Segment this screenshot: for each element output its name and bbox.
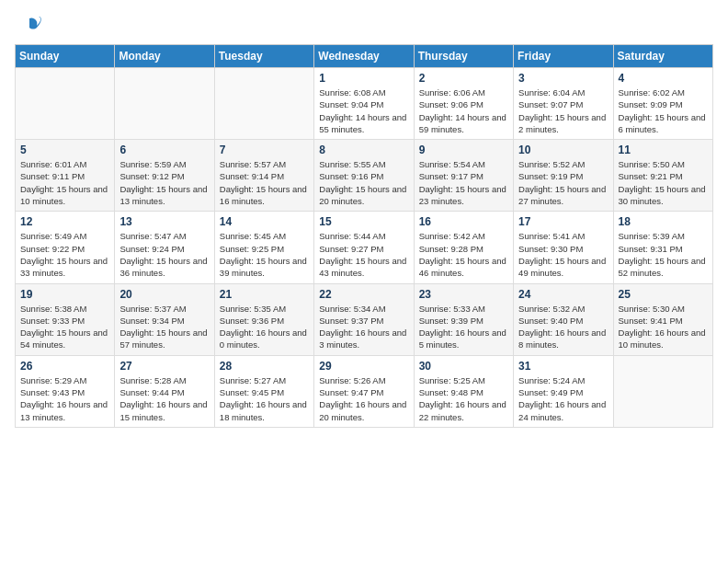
calendar-cell: 5Sunrise: 6:01 AMSunset: 9:11 PMDaylight… xyxy=(16,140,115,212)
calendar-cell: 10Sunrise: 5:52 AMSunset: 9:19 PMDayligh… xyxy=(514,140,613,212)
day-number: 7 xyxy=(220,144,309,156)
day-number: 15 xyxy=(319,215,408,228)
day-number: 19 xyxy=(20,288,109,301)
day-info: Sunrise: 5:55 AMSunset: 9:16 PMDaylight:… xyxy=(319,158,408,207)
calendar-cell: 4Sunrise: 6:02 AMSunset: 9:09 PMDaylight… xyxy=(613,68,712,140)
calendar-cell: 20Sunrise: 5:37 AMSunset: 9:34 PMDayligh… xyxy=(115,283,214,355)
calendar-cell: 22Sunrise: 5:34 AMSunset: 9:37 PMDayligh… xyxy=(314,283,414,355)
weekday-header-friday: Friday xyxy=(514,45,613,68)
day-info: Sunrise: 5:39 AMSunset: 9:31 PMDaylight:… xyxy=(619,230,708,279)
day-info: Sunrise: 5:37 AMSunset: 9:34 PMDaylight:… xyxy=(119,303,209,351)
day-info: Sunrise: 5:38 AMSunset: 9:33 PMDaylight:… xyxy=(20,303,109,351)
calendar-cell: 13Sunrise: 5:47 AMSunset: 9:24 PMDayligh… xyxy=(115,212,214,283)
day-info: Sunrise: 5:50 AMSunset: 9:21 PMDaylight:… xyxy=(619,158,708,207)
day-number: 16 xyxy=(419,215,508,228)
day-number: 24 xyxy=(518,288,608,301)
calendar-cell: 14Sunrise: 5:45 AMSunset: 9:25 PMDayligh… xyxy=(214,212,313,283)
day-info: Sunrise: 5:59 AMSunset: 9:12 PMDaylight:… xyxy=(119,158,209,207)
day-number: 4 xyxy=(619,72,708,85)
calendar-cell: 16Sunrise: 5:42 AMSunset: 9:28 PMDayligh… xyxy=(414,212,513,283)
day-number: 21 xyxy=(220,288,309,301)
calendar-cell: 2Sunrise: 6:06 AMSunset: 9:06 PMDaylight… xyxy=(414,68,513,140)
day-number: 14 xyxy=(220,215,309,228)
logo-bird-icon xyxy=(17,15,42,40)
day-number: 31 xyxy=(518,360,608,373)
day-info: Sunrise: 5:35 AMSunset: 9:36 PMDaylight:… xyxy=(220,303,309,351)
day-info: Sunrise: 5:24 AMSunset: 9:49 PMDaylight:… xyxy=(518,374,608,423)
day-info: Sunrise: 5:57 AMSunset: 9:14 PMDaylight:… xyxy=(220,158,309,207)
day-info: Sunrise: 5:27 AMSunset: 9:45 PMDaylight:… xyxy=(220,374,309,423)
calendar-week-4: 19Sunrise: 5:38 AMSunset: 9:33 PMDayligh… xyxy=(16,283,713,355)
calendar-cell xyxy=(115,68,214,140)
calendar-cell xyxy=(16,68,115,140)
calendar-cell xyxy=(214,68,313,140)
calendar-cell: 29Sunrise: 5:26 AMSunset: 9:47 PMDayligh… xyxy=(314,355,414,427)
day-number: 6 xyxy=(119,144,209,156)
day-info: Sunrise: 5:45 AMSunset: 9:25 PMDaylight:… xyxy=(220,230,309,279)
day-number: 10 xyxy=(518,144,608,156)
day-number: 18 xyxy=(619,215,708,228)
day-info: Sunrise: 5:44 AMSunset: 9:27 PMDaylight:… xyxy=(319,230,408,279)
logo xyxy=(15,15,42,40)
day-info: Sunrise: 5:33 AMSunset: 9:39 PMDaylight:… xyxy=(419,303,508,351)
calendar-table: SundayMondayTuesdayWednesdayThursdayFrid… xyxy=(15,44,713,428)
day-number: 13 xyxy=(119,215,209,228)
weekday-header-monday: Monday xyxy=(115,45,214,68)
calendar-cell: 12Sunrise: 5:49 AMSunset: 9:22 PMDayligh… xyxy=(16,212,115,283)
day-info: Sunrise: 5:52 AMSunset: 9:19 PMDaylight:… xyxy=(518,158,608,207)
calendar-cell: 8Sunrise: 5:55 AMSunset: 9:16 PMDaylight… xyxy=(314,140,414,212)
calendar-cell: 9Sunrise: 5:54 AMSunset: 9:17 PMDaylight… xyxy=(414,140,513,212)
calendar-cell xyxy=(613,355,712,427)
day-info: Sunrise: 6:01 AMSunset: 9:11 PMDaylight:… xyxy=(20,158,109,207)
calendar-week-3: 12Sunrise: 5:49 AMSunset: 9:22 PMDayligh… xyxy=(16,212,713,283)
day-number: 20 xyxy=(119,288,209,301)
day-info: Sunrise: 5:42 AMSunset: 9:28 PMDaylight:… xyxy=(419,230,508,279)
day-info: Sunrise: 5:29 AMSunset: 9:43 PMDaylight:… xyxy=(20,374,109,423)
day-number: 30 xyxy=(419,360,508,373)
calendar-cell: 31Sunrise: 5:24 AMSunset: 9:49 PMDayligh… xyxy=(514,355,613,427)
calendar-cell: 17Sunrise: 5:41 AMSunset: 9:30 PMDayligh… xyxy=(514,212,613,283)
calendar-week-2: 5Sunrise: 6:01 AMSunset: 9:11 PMDaylight… xyxy=(16,140,713,212)
weekday-header-wednesday: Wednesday xyxy=(314,45,414,68)
day-number: 28 xyxy=(220,360,309,373)
calendar-cell: 6Sunrise: 5:59 AMSunset: 9:12 PMDaylight… xyxy=(115,140,214,212)
day-info: Sunrise: 5:49 AMSunset: 9:22 PMDaylight:… xyxy=(20,230,109,279)
day-number: 9 xyxy=(419,144,508,156)
day-number: 1 xyxy=(319,72,408,85)
calendar-cell: 1Sunrise: 6:08 AMSunset: 9:04 PMDaylight… xyxy=(314,68,414,140)
weekday-header-saturday: Saturday xyxy=(613,45,712,68)
calendar-week-1: 1Sunrise: 6:08 AMSunset: 9:04 PMDaylight… xyxy=(16,68,713,140)
page-header xyxy=(15,15,713,40)
calendar-cell: 15Sunrise: 5:44 AMSunset: 9:27 PMDayligh… xyxy=(314,212,414,283)
day-info: Sunrise: 5:28 AMSunset: 9:44 PMDaylight:… xyxy=(119,374,209,423)
calendar-cell: 30Sunrise: 5:25 AMSunset: 9:48 PMDayligh… xyxy=(414,355,513,427)
day-number: 5 xyxy=(20,144,109,156)
calendar-week-5: 26Sunrise: 5:29 AMSunset: 9:43 PMDayligh… xyxy=(16,355,713,427)
calendar-cell: 18Sunrise: 5:39 AMSunset: 9:31 PMDayligh… xyxy=(613,212,712,283)
day-number: 17 xyxy=(518,215,608,228)
day-info: Sunrise: 5:34 AMSunset: 9:37 PMDaylight:… xyxy=(319,303,408,351)
weekday-header-thursday: Thursday xyxy=(414,45,513,68)
day-number: 27 xyxy=(119,360,209,373)
day-info: Sunrise: 5:47 AMSunset: 9:24 PMDaylight:… xyxy=(119,230,209,279)
day-info: Sunrise: 5:30 AMSunset: 9:41 PMDaylight:… xyxy=(619,303,708,351)
calendar-cell: 11Sunrise: 5:50 AMSunset: 9:21 PMDayligh… xyxy=(613,140,712,212)
day-number: 26 xyxy=(20,360,109,373)
day-number: 25 xyxy=(619,288,708,301)
weekday-header-tuesday: Tuesday xyxy=(214,45,313,68)
day-number: 2 xyxy=(419,72,508,85)
day-info: Sunrise: 5:54 AMSunset: 9:17 PMDaylight:… xyxy=(419,158,508,207)
calendar-cell: 25Sunrise: 5:30 AMSunset: 9:41 PMDayligh… xyxy=(613,283,712,355)
day-info: Sunrise: 6:02 AMSunset: 9:09 PMDaylight:… xyxy=(619,86,708,135)
calendar-cell: 23Sunrise: 5:33 AMSunset: 9:39 PMDayligh… xyxy=(414,283,513,355)
day-info: Sunrise: 5:32 AMSunset: 9:40 PMDaylight:… xyxy=(518,303,608,351)
calendar-cell: 27Sunrise: 5:28 AMSunset: 9:44 PMDayligh… xyxy=(115,355,214,427)
weekday-header-sunday: Sunday xyxy=(16,45,115,68)
day-info: Sunrise: 6:08 AMSunset: 9:04 PMDaylight:… xyxy=(319,86,408,135)
calendar-cell: 19Sunrise: 5:38 AMSunset: 9:33 PMDayligh… xyxy=(16,283,115,355)
day-info: Sunrise: 6:06 AMSunset: 9:06 PMDaylight:… xyxy=(419,86,508,135)
day-info: Sunrise: 6:04 AMSunset: 9:07 PMDaylight:… xyxy=(518,86,608,135)
calendar-cell: 3Sunrise: 6:04 AMSunset: 9:07 PMDaylight… xyxy=(514,68,613,140)
calendar-cell: 24Sunrise: 5:32 AMSunset: 9:40 PMDayligh… xyxy=(514,283,613,355)
weekday-header-row: SundayMondayTuesdayWednesdayThursdayFrid… xyxy=(16,45,713,68)
